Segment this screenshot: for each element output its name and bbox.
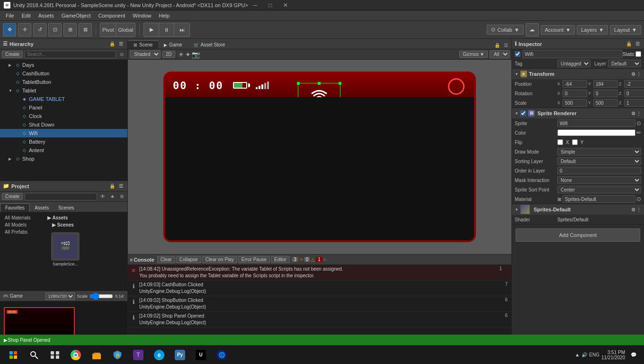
pivot-btn[interactable]: Pivot <box>100 23 116 36</box>
transform-more[interactable]: ⋮ <box>636 72 641 77</box>
tree-item-cashbutton[interactable]: ▶ ◇ CashButton <box>0 69 127 78</box>
sorting-layer-select[interactable]: Default <box>557 157 641 165</box>
project-staricon[interactable]: ★ <box>108 193 116 200</box>
draw-mode-select[interactable]: Simple <box>557 148 641 155</box>
step-button[interactable]: ⏭ <box>174 23 189 36</box>
tool-scale[interactable]: ⊡ <box>48 23 62 36</box>
tree-item-gametablet[interactable]: ▶ ◈ GAME TABLET <box>0 95 127 103</box>
sprite-renderer-active[interactable] <box>520 110 526 116</box>
scene-lock[interactable]: 🔒 <box>493 41 501 49</box>
tab-favorites[interactable]: Favorites <box>0 203 30 212</box>
hierarchy-create-btn[interactable]: Create <box>2 51 23 58</box>
menu-assets[interactable]: Assets <box>35 12 58 19</box>
scale-z-input[interactable] <box>624 99 644 107</box>
account-button[interactable]: Account ▼ <box>541 25 575 35</box>
all-select[interactable]: All <box>490 50 510 58</box>
tag-select[interactable]: Untagged <box>557 60 590 67</box>
project-menu[interactable]: ☰ <box>117 182 125 190</box>
menu-help[interactable]: Help <box>155 12 173 19</box>
fx-icon[interactable]: ✦ <box>185 51 191 58</box>
tab-game[interactable]: ▶ Game <box>158 41 188 49</box>
inspector-menu[interactable]: ☰ <box>634 40 641 48</box>
pause-button[interactable]: ⏸ <box>159 23 174 36</box>
unity-taskbar-button[interactable]: U <box>191 346 210 364</box>
chrome-button[interactable] <box>66 346 85 364</box>
tree-item-panel[interactable]: ▶ ◇ Panel <box>0 103 127 112</box>
console-row-cashbutton[interactable]: ℹ [14:09:03] CashButton Clicked UnityEng… <box>128 281 511 296</box>
tree-item-antent[interactable]: ▶ ◇ Antent <box>0 146 127 155</box>
sun-icon[interactable]: ☀ <box>178 51 184 58</box>
material-detail-settings[interactable]: ⚙ <box>631 207 635 212</box>
scenes-section[interactable]: ▶ Scenes <box>49 221 125 228</box>
error-pause-btn[interactable]: Error Pause <box>238 256 270 263</box>
tool-move[interactable]: ✛ <box>18 23 31 36</box>
layout-button[interactable]: Layout ▼ <box>610 25 641 35</box>
project-create-btn[interactable]: Create <box>2 193 23 200</box>
taskview-button[interactable] <box>45 346 64 364</box>
cloud-button[interactable]: ☁ <box>526 23 539 36</box>
flip-x-checkbox[interactable] <box>557 139 563 145</box>
material-detail-more[interactable]: ⋮ <box>636 207 641 212</box>
tree-item-tabletbutton[interactable]: ▶ ◇ TabletButton <box>0 78 127 86</box>
global-btn[interactable]: Global <box>116 23 135 36</box>
static-checkbox[interactable] <box>635 51 641 57</box>
proj-item-models[interactable]: All Models <box>0 221 42 228</box>
close-button[interactable]: ✕ <box>278 0 293 10</box>
object-active-checkbox[interactable] <box>515 51 520 57</box>
clear-btn[interactable]: Clear <box>157 256 175 263</box>
pos-y-input[interactable] <box>593 80 618 88</box>
sprite-renderer-more[interactable]: ⋮ <box>636 111 641 116</box>
camera-icon[interactable]: 📷 <box>192 51 200 58</box>
menu-file[interactable]: File <box>2 12 18 19</box>
transform-settings[interactable]: ⚙ <box>631 72 635 77</box>
gizmos-btn[interactable]: Gizmos ▼ <box>459 51 488 58</box>
sprite-input[interactable] <box>557 119 635 127</box>
menu-gameobject[interactable]: GameObject <box>58 12 95 19</box>
tray-arrow[interactable]: ▲ <box>575 352 580 357</box>
assets-section[interactable]: ▶ Assets <box>45 214 125 221</box>
editor-btn[interactable]: Editor <box>271 256 290 263</box>
tab-scene[interactable]: ⊞ Scene <box>128 40 158 49</box>
tab-assets[interactable]: Assets <box>30 203 54 212</box>
notification-button[interactable]: 💬 <box>627 346 640 364</box>
rot-y-input[interactable] <box>593 90 618 97</box>
scale-slider[interactable] <box>89 294 113 299</box>
tool-hand[interactable]: ✥ <box>3 23 16 36</box>
tool-transform[interactable]: ⊠ <box>79 23 92 36</box>
color-picker-icon[interactable]: ✏ <box>636 129 641 136</box>
project-asset-samplescene[interactable]: 🎬 SampleSce... <box>46 232 84 266</box>
material-detail-header[interactable]: ▼ Sprites-Default ⚙ ⋮ <box>512 204 644 215</box>
globe-button[interactable]: 🌐 <box>212 346 231 364</box>
tab-assetstore[interactable]: 🛒 Asset Store <box>188 41 231 49</box>
minimize-button[interactable]: ─ <box>248 0 262 10</box>
tree-item-shutdown[interactable]: ▶ ◇ Shut Down <box>0 120 127 129</box>
sprite-renderer-header[interactable]: ▼ 🖼 Sprite Renderer ⚙ ⋮ <box>512 108 644 118</box>
collab-button[interactable]: ⊙ Collab ▼ <box>487 25 523 35</box>
play-button[interactable]: ▶ <box>144 23 159 36</box>
material-input[interactable] <box>563 195 635 203</box>
scale-x-input[interactable] <box>563 99 587 107</box>
tool-rotate[interactable]: ↺ <box>33 23 46 36</box>
tool-rect[interactable]: ⊞ <box>63 23 77 36</box>
mask-interaction-select[interactable]: None <box>557 176 641 184</box>
menu-window[interactable]: Window <box>129 12 155 19</box>
material-select-icon[interactable]: ⊙ <box>636 196 641 202</box>
rot-x-input[interactable] <box>563 90 587 97</box>
hierarchy-filter[interactable]: ⊙ <box>118 51 125 58</box>
tree-item-tablet[interactable]: ▼ ◇ Tablet <box>0 86 127 95</box>
pos-x-input[interactable] <box>563 80 587 88</box>
project-settings[interactable]: ⚙ <box>118 193 125 200</box>
search-button[interactable] <box>25 346 44 364</box>
sound-icon[interactable]: 🔊 <box>581 352 587 357</box>
resolution-select[interactable]: 1280x720 <box>45 292 75 300</box>
scene-menu[interactable]: ☰ <box>502 41 510 49</box>
tree-item-battery[interactable]: ▶ ◇ Battery <box>0 137 127 146</box>
rot-z-input[interactable] <box>624 90 644 97</box>
proj-item-materials[interactable]: All Materials <box>0 214 42 221</box>
console-row-error[interactable]: ✕ [14:08:42] UnassignedReferenceExceptio… <box>128 265 511 281</box>
tree-item-wifi[interactable]: ▶ ◇ Wifi <box>0 129 127 137</box>
project-search-input[interactable] <box>25 193 97 200</box>
clear-on-play-btn[interactable]: Clear on Play <box>202 256 237 263</box>
fileexplorer-button[interactable] <box>87 346 106 364</box>
order-in-layer-input[interactable] <box>557 167 641 174</box>
